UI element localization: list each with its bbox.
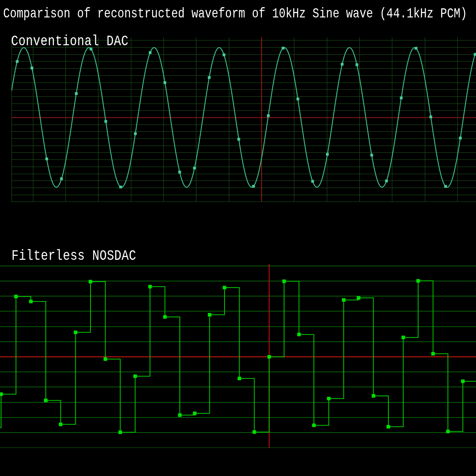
waveform-plots-canvas	[0, 0, 476, 476]
screenshot-root: Comparison of reconstructed waveform of …	[0, 0, 476, 476]
page-title: Comparison of reconstructed waveform of …	[3, 7, 467, 21]
chart-title-filterless-nosdac: Filterless NOSDAC	[12, 249, 136, 263]
chart-title-conventional-dac: Conventional DAC	[11, 34, 129, 49]
